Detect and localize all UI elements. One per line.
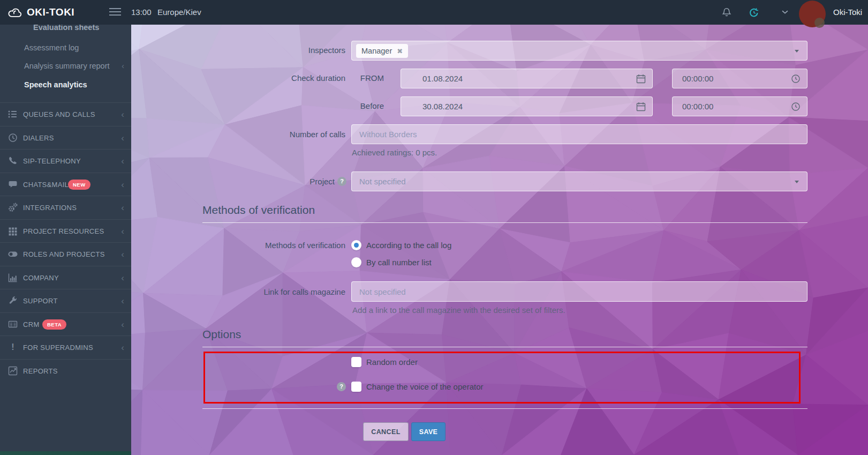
chevron-left-icon: ‹ [121,289,124,312]
help-icon[interactable]: ? [337,382,346,391]
link-helper-text: Add a link to the call magazine with the… [352,305,565,315]
from-time-input[interactable]: 00:00:00 [672,69,807,88]
sidebar-item-evaluation-sheets[interactable]: Evaluation sheets [0,25,131,34]
new-badge: NEW [68,180,90,190]
list-icon [7,109,18,120]
chevron-left-icon: ‹ [121,173,124,196]
sidebar-item-chats-and-mail[interactable]: CHATS&MAIL NEW ‹ [0,173,131,196]
methods-section-title: Methods of verification [202,204,807,223]
sidebar-item-reports[interactable]: REPORTS [0,359,131,382]
before-label: Before [348,101,384,110]
sidebar-item-sip-telephony[interactable]: SIP-TELEPHONY ‹ [0,149,131,172]
chevron-down-icon [795,181,799,183]
help-icon[interactable]: ? [337,177,346,186]
checkbox-random-order-label: Random order [366,357,418,367]
inspectors-label: Inspectors [161,46,345,55]
header-timezone: Europe/Kiev [157,0,201,25]
chevron-left-icon: ‹ [121,126,124,150]
project-label: Project [161,177,335,186]
methods-label: Methods of verification [161,241,345,250]
chat-icon [7,179,18,190]
cloud-icon [7,6,22,19]
sidebar-item-roles-and-projects[interactable]: ROLES AND PROJECTS ‹ [0,242,131,265]
options-section-title: Options [202,328,807,347]
sidebar-item-support[interactable]: SUPPORT ‹ [0,289,131,312]
header-time: 13:00 [131,0,152,25]
sidebar-bottom-strip [0,451,131,455]
number-of-calls-label: Number of calls [161,130,345,139]
sidebar-item-project-resources[interactable]: PROJECT RESOURCES ‹ [0,219,131,242]
number-of-calls-input[interactable] [351,124,807,144]
phone-icon [7,155,18,166]
brand-logo[interactable]: OKI-TOKI [7,0,74,25]
chevron-left-icon: ‹ [121,196,124,219]
link-label: Link for calls magazine [161,287,345,296]
radio-number-list[interactable] [351,257,361,267]
history-icon[interactable] [749,7,759,18]
check-duration-label: Check duration [161,73,345,83]
checkbox-change-voice[interactable] [351,382,361,392]
sidebar-item-queues-and-calls[interactable]: QUEUES AND CALLS ‹ [0,102,131,125]
brand-name: OKI-TOKI [27,6,74,18]
grid-icon [7,226,18,236]
from-label: FROM [348,73,384,83]
save-button[interactable]: SAVE [411,422,446,441]
sidebar-item-dialers[interactable]: DIALERS ‹ [0,126,131,149]
achieved-ratings-text: Achieved ratings: 0 pcs. [352,148,437,157]
clock-icon [790,73,801,84]
footer-divider [202,408,807,409]
checkbox-random-order[interactable] [351,357,361,367]
clock-icon [790,101,801,112]
chip-remove-icon[interactable]: ✖ [397,47,403,55]
sidebar-item-assessment-log[interactable]: Assessment log [0,41,131,55]
sidebar-item-integrations[interactable]: INTEGRATIONS ‹ [0,196,131,219]
beta-badge: BETA [42,319,66,330]
inspectors-select[interactable]: Manager✖ [351,41,807,61]
from-date-input[interactable]: 01.08.2024 [401,69,653,88]
crm-card-icon [7,319,18,330]
chevron-left-icon: ‹ [122,59,124,73]
sidebar-item-company[interactable]: COMPANY ‹ [0,266,131,289]
hamburger-icon[interactable] [109,8,121,18]
clock-icon [7,132,18,143]
checkbox-change-voice-label: Change the voice of the operator [366,382,483,391]
sidebar-item-analysis-summary-report[interactable]: Analysis summary report‹ [0,59,131,73]
project-select[interactable]: Not specified [351,171,807,191]
chevron-left-icon: ‹ [121,103,124,126]
chevron-left-icon: ‹ [121,336,124,359]
toggle-icon [7,249,18,259]
chevron-left-icon: ‹ [121,243,124,266]
link-input[interactable] [351,281,807,302]
calendar-icon [636,73,646,84]
cancel-button[interactable]: CANCEL [363,422,409,441]
avatar-status-dot [814,18,825,28]
line-chart-icon [7,366,18,376]
calendar-icon [636,101,646,112]
sidebar-item-for-superadmins[interactable]: ! FOR SUPERADMINS ‹ [0,335,131,359]
bell-icon[interactable] [721,7,732,18]
chevron-left-icon: ‹ [121,266,124,289]
gears-icon [7,202,18,213]
inspectors-chip: Manager✖ [356,44,408,58]
avatar[interactable] [799,1,826,27]
sidebar: Evaluation sheets Assessment log Analysi… [0,25,131,455]
chevron-down-icon[interactable] [782,10,788,14]
sidebar-item-speech-analytics[interactable]: Speech analytics [0,78,131,92]
before-time-input[interactable]: 00:00:00 [672,96,807,116]
wrench-icon [7,295,18,306]
sidebar-item-crm[interactable]: CRM BETA ‹ [0,312,131,335]
chevron-left-icon: ‹ [121,313,124,336]
before-date-input[interactable]: 30.08.2024 [401,96,653,116]
radio-number-list-label: By call number list [366,258,432,267]
radio-call-log-label: According to the call log [366,241,451,250]
top-bar: OKI-TOKI 13:00 Europe/Kiev Oki-Toki [0,0,868,25]
chevron-left-icon: ‹ [121,150,124,173]
user-name: Oki-Toki [833,0,862,25]
chevron-down-icon [795,50,799,53]
bar-chart-icon [7,272,18,283]
exclamation-icon: ! [7,342,18,353]
chevron-left-icon: ‹ [121,220,124,243]
radio-call-log[interactable] [351,240,361,250]
